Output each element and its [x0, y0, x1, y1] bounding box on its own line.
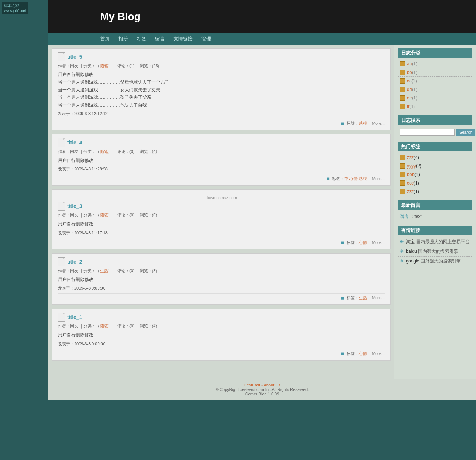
post-tag-link[interactable]: 心情 [349, 176, 358, 181]
nav-admin[interactable]: 管理 [201, 36, 211, 42]
post-more-link[interactable]: More... [372, 296, 385, 300]
post-file-icon [58, 313, 65, 322]
post-date-1: 发表于：2009-6-3 0:00:00 [58, 341, 385, 347]
list-item: bb (1) [398, 68, 472, 77]
tag-icon: ◼ [341, 240, 344, 245]
nav-friendlinks[interactable]: 友情链接 [173, 36, 193, 42]
nav-album[interactable]: 相册 [118, 36, 128, 42]
hot-tag-link[interactable]: ccc [407, 180, 414, 186]
link-icon: ❋ [400, 239, 404, 244]
post-body-5: 用户自行删除修改 当一个男人遇到游戏……………父母也就失去了一个儿子 当一个男人… [58, 71, 385, 109]
hot-tag-link[interactable]: zzz [407, 189, 414, 194]
post-category-link[interactable]: 随笔 [100, 324, 108, 328]
post-card: title_5 作者：网友 ｜分类：（随笔） ｜评论：(1) ｜浏览：(25) … [52, 48, 391, 130]
folder-icon [400, 87, 405, 92]
post-more-link[interactable]: More... [372, 121, 385, 125]
post-meta-5: 作者：网友 ｜分类：（随笔） ｜评论：(1) ｜浏览：(25) [58, 63, 385, 69]
post-title-2[interactable]: title_2 [67, 259, 82, 265]
post-title-3[interactable]: title_3 [67, 203, 82, 209]
diary-category-title: 日志分类 [398, 48, 472, 58]
post-date-5: 发表于：2009-6-3 12:12:12 [58, 111, 385, 117]
search-button[interactable]: Search [456, 129, 475, 136]
post-category-link[interactable]: 随笔 [100, 149, 108, 154]
post-tag-link[interactable]: 心情 [359, 240, 367, 245]
friend-link-baidu[interactable]: baidu [406, 249, 417, 254]
post-tag-link[interactable]: 感根 [359, 176, 367, 181]
post-file-icon [58, 202, 65, 211]
folder-icon [400, 78, 405, 84]
post-meta-1: 作者：网友 ｜分类：（随笔） ｜评论：(0) ｜浏览：(4) [58, 323, 385, 329]
guest-author-link[interactable]: 谱客 [400, 214, 409, 219]
hot-tag-link[interactable]: bbb [407, 172, 414, 177]
list-item: ee (1) [398, 94, 472, 102]
category-link-dd[interactable]: dd [407, 87, 412, 92]
post-date-3: 发表于：2009-6-3 11:17:18 [58, 230, 385, 236]
post-category-link[interactable]: 随笔 [100, 213, 108, 217]
post-file-icon [58, 257, 65, 266]
diary-category-section: 日志分类 aa (1) bb (1) cc (1) dd (1) [398, 48, 472, 111]
list-item: 谱客 ：text [398, 212, 472, 221]
main-content: title_5 作者：网友 ｜分类：（随笔） ｜评论：(1) ｜浏览：(25) … [48, 45, 394, 379]
hot-tag-link[interactable]: yyyy [407, 163, 416, 169]
post-more-link[interactable]: More... [372, 240, 385, 245]
post-more-link[interactable]: More... [372, 176, 385, 181]
post-footer-3: ◼ 标签：心情 ｜More... [58, 238, 385, 245]
friend-links-section: 有情链接 ❋ 淘宝 国内最强大的网上交易平台 ❋ baidu 国内强大的搜索引擎… [398, 226, 472, 266]
nav-tags[interactable]: 标签 [137, 36, 147, 42]
category-link-ee[interactable]: ee [407, 95, 412, 101]
post-tag-link[interactable]: 心情 [359, 351, 367, 356]
friend-links-title: 有情链接 [398, 226, 472, 235]
tag-icon: ◼ [341, 121, 344, 125]
navigation: 首页 相册 标签 留言 友情链接 管理 [48, 33, 476, 45]
header: My Blog [48, 0, 476, 33]
search-input[interactable] [400, 129, 455, 136]
hot-tag-link[interactable]: zzz [407, 155, 414, 160]
list-item: zzz (4) [398, 153, 472, 162]
post-more-link[interactable]: More... [372, 351, 385, 356]
post-footer-1: ◼ 标签：心情 ｜More... [58, 349, 385, 356]
post-card: down.chinaz.com title_3 作者：网友 ｜分类：（随笔） ｜… [52, 189, 391, 249]
friend-link-taobao[interactable]: 淘宝 [406, 239, 415, 244]
tag-icon: ◼ [341, 296, 344, 300]
post-tag-link[interactable]: 感根 [359, 121, 367, 125]
tag-icon [400, 155, 405, 160]
nav-comments[interactable]: 留言 [155, 36, 165, 42]
watermark: 椰本之家 www.jb51.net [2, 2, 28, 14]
list-item: aa (1) [398, 60, 472, 68]
link-icon: ❋ [400, 249, 404, 254]
post-title-4[interactable]: title_4 [67, 140, 82, 146]
folder-icon [400, 61, 405, 66]
footer-link[interactable]: BestEast - About Us [244, 383, 280, 387]
post-body-1: 用户自行删除修改 [58, 331, 385, 339]
post-file-icon [58, 138, 65, 147]
post-meta-3: 作者：网友 ｜分类：（随笔） ｜评论：(0) ｜浏览：(0) [58, 212, 385, 218]
category-link-bb[interactable]: bb [407, 70, 412, 75]
tag-icon: ◼ [326, 176, 330, 181]
category-link-aa[interactable]: aa [407, 61, 412, 66]
search-box: Search [398, 127, 472, 137]
post-category-link[interactable]: 随笔 [100, 63, 108, 68]
footer: BestEast - About Us © CopyRight besteast… [48, 379, 476, 400]
post-title-1[interactable]: title_1 [67, 314, 82, 320]
nav-home[interactable]: 首页 [100, 36, 110, 42]
post-tag-link[interactable]: 书 [344, 176, 348, 181]
list-item: cc (1) [398, 77, 472, 85]
post-category-link[interactable]: 生活 [100, 268, 108, 273]
list-item: ccc (1) [398, 179, 472, 187]
friend-link-google[interactable]: google [406, 258, 419, 264]
category-link-cc[interactable]: cc [407, 78, 411, 84]
tag-icon [400, 189, 405, 194]
link-icon: ❋ [400, 258, 404, 264]
post-title-5[interactable]: title_5 [67, 54, 82, 60]
content-wrapper: title_5 作者：网友 ｜分类：（随笔） ｜评论：(1) ｜浏览：(25) … [48, 45, 476, 379]
list-item: zzz (1) [398, 187, 472, 196]
list-item: bbb (1) [398, 170, 472, 179]
list-item: yyyy (2) [398, 162, 472, 170]
post-tag-link[interactable]: 生活 [359, 296, 367, 300]
tag-icon [400, 163, 405, 169]
list-item: ❋ baidu 国内强大的搜索引擎 [398, 247, 472, 257]
footer-copyright: © CopyRight besteast.com Inc.All Rights … [52, 387, 472, 392]
watermark-line1: 椰本之家 [4, 3, 26, 9]
list-item: ❋ google 国外强大的搜索引擎 [398, 257, 472, 266]
watermark-line2: www.jb51.net [4, 9, 26, 13]
